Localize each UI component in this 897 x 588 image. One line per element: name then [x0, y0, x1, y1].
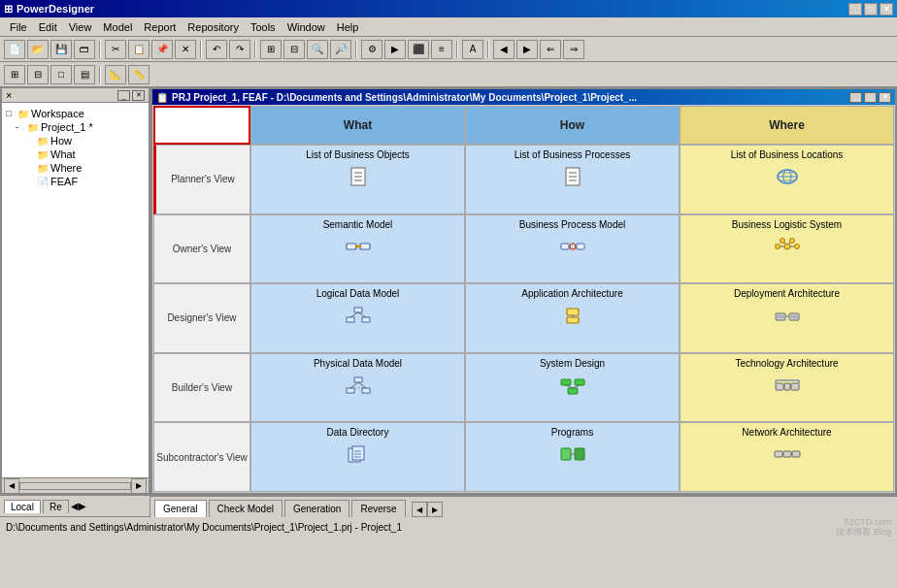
svg-rect-71	[783, 451, 791, 457]
grid-cell-technology-architecture[interactable]: Technology Architecture	[680, 353, 894, 423]
tb2-btn4[interactable]: ▤	[74, 65, 95, 84]
tb-save-all[interactable]: 🗃	[74, 40, 95, 59]
tab-reverse[interactable]: Reverse	[351, 500, 405, 517]
network-icon-logistics	[773, 236, 802, 257]
tb-open[interactable]: 📂	[27, 40, 49, 59]
tab-scroll-right[interactable]: ▶	[427, 502, 443, 517]
tb-back[interactable]: ◀	[493, 40, 515, 59]
scroll-right[interactable]: ▶	[131, 478, 147, 494]
left-panel-label: ×	[6, 89, 12, 101]
tb-btn4[interactable]: 🔎	[330, 40, 351, 59]
scroll-left[interactable]: ◀	[4, 478, 19, 494]
watermark: 51CTO.com技术博客 Blog	[836, 518, 891, 538]
doc-close[interactable]: ✕	[879, 92, 891, 103]
tb2-btn2[interactable]: ⊟	[27, 65, 49, 84]
close-button[interactable]: ✕	[880, 3, 893, 16]
grid-cell-programs[interactable]: Programs	[465, 422, 680, 492]
svg-rect-58	[791, 383, 799, 390]
tb-cut[interactable]: ✂	[105, 40, 126, 59]
svg-rect-67	[561, 448, 571, 460]
sep4	[355, 41, 357, 58]
tb-btn5[interactable]: ⚙	[361, 40, 382, 59]
tb-btn8[interactable]: ≡	[431, 40, 452, 59]
tab-generation[interactable]: Generation	[284, 500, 349, 517]
svg-point-24	[775, 244, 780, 248]
tree-item-project[interactable]: - 📁 Project_1 *	[16, 120, 145, 134]
left-panel-close[interactable]: ✕	[132, 90, 145, 101]
tb-paste[interactable]: 📌	[151, 40, 173, 59]
grid-cell-business-logistic-system[interactable]: Business Logistic System	[680, 214, 894, 284]
tree-item-workspace[interactable]: □ 📁 Workspace	[6, 107, 145, 120]
grid-cell-network-architecture[interactable]: Network Architecture	[680, 422, 894, 492]
globe-icon-locations	[773, 166, 802, 187]
tb-save[interactable]: 💾	[50, 40, 72, 59]
tb-new[interactable]: 📄	[4, 40, 25, 59]
menu-repository[interactable]: Repository	[182, 19, 245, 35]
tb-fwd[interactable]: ▶	[516, 40, 538, 59]
svg-point-23	[784, 244, 790, 249]
tb-arr2[interactable]: ⇒	[563, 40, 584, 59]
menu-tools[interactable]: Tools	[245, 19, 282, 35]
grid-cell-list-business-locations[interactable]: List of Business Locations	[680, 145, 894, 214]
menu-file[interactable]: File	[4, 19, 33, 35]
tb-redo[interactable]: ↷	[229, 40, 250, 59]
menu-view[interactable]: View	[63, 19, 98, 35]
tree-expand-project[interactable]: -	[16, 122, 25, 132]
svg-rect-34	[362, 317, 370, 322]
tb2-btn6[interactable]: 📏	[128, 65, 150, 84]
grid-header-how: How	[465, 106, 680, 145]
grid-cell-physical-data-model[interactable]: Physical Data Model	[250, 353, 465, 423]
grid-cell-semantic-model[interactable]: Semantic Model	[250, 214, 465, 284]
svg-line-31	[788, 243, 790, 245]
tab-re[interactable]: Re	[43, 500, 69, 513]
grid-cell-business-process-model[interactable]: Business Process Model	[465, 214, 680, 284]
tab-check-model[interactable]: Check Model	[209, 500, 282, 517]
grid-cell-data-directory[interactable]: Data Directory	[250, 422, 465, 492]
tab-arrow-right[interactable]: ▶	[79, 501, 86, 511]
doc-minimize[interactable]: _	[849, 92, 862, 103]
left-panel-minimize[interactable]: _	[117, 90, 130, 101]
menu-edit[interactable]: Edit	[33, 19, 63, 35]
minimize-button[interactable]: _	[848, 3, 862, 16]
tb-font[interactable]: A	[462, 40, 483, 59]
tree-expand-workspace[interactable]: □	[6, 109, 16, 118]
grid-cell-system-design[interactable]: System Design	[465, 353, 680, 423]
svg-line-30	[784, 243, 786, 245]
grid-cell-list-business-processes[interactable]: List of Business Processes	[465, 145, 680, 214]
grid-cell-deployment-architecture[interactable]: Deployment Architecture	[680, 283, 894, 353]
tab-scroll-left[interactable]: ◀	[412, 502, 427, 517]
tb2-btn1[interactable]: ⊞	[4, 65, 25, 84]
tb-delete[interactable]: ✕	[175, 40, 196, 59]
row-label-designers: Designer's View	[153, 283, 250, 353]
tb2-btn5[interactable]: 📐	[105, 65, 126, 84]
doc-maximize[interactable]: □	[864, 92, 877, 103]
tb-btn7[interactable]: ⬛	[408, 40, 429, 59]
grid-cell-logical-data-model[interactable]: Logical Data Model	[250, 283, 465, 353]
svg-line-49	[358, 382, 366, 388]
menu-window[interactable]: Window	[282, 19, 331, 35]
tree-item-where[interactable]: 📁 Where	[25, 161, 145, 175]
svg-point-25	[794, 244, 799, 248]
tb-copy[interactable]: 📋	[128, 40, 150, 59]
tb-btn2[interactable]: ⊟	[283, 40, 305, 59]
tree-item-what[interactable]: 📁 What	[25, 147, 145, 161]
tb-arr1[interactable]: ⇐	[540, 40, 561, 59]
hscroll-track[interactable]	[19, 482, 131, 490]
tb2-btn3[interactable]: □	[50, 65, 72, 84]
menu-model[interactable]: Model	[97, 19, 138, 35]
grid-cell-list-business-objects[interactable]: List of Business Objects	[250, 145, 465, 214]
menu-report[interactable]: Report	[138, 19, 182, 35]
tb-undo[interactable]: ↶	[206, 40, 227, 59]
tb-btn3[interactable]: 🔍	[307, 40, 328, 59]
grid-cell-application-architecture[interactable]: Application Architecture	[465, 283, 680, 353]
tb-btn1[interactable]: ⊞	[260, 40, 282, 59]
tree-item-feaf[interactable]: 📄 FEAF	[25, 175, 145, 188]
svg-rect-37	[567, 309, 579, 315]
tab-local[interactable]: Local	[4, 500, 41, 513]
tab-general[interactable]: General	[154, 500, 207, 517]
maximize-button[interactable]: □	[864, 3, 878, 16]
tab-arrow-left[interactable]: ◀	[71, 501, 79, 511]
tb-btn6[interactable]: ▶	[384, 40, 406, 59]
menu-help[interactable]: Help	[331, 19, 365, 35]
tree-item-how[interactable]: 📁 How	[25, 134, 145, 147]
